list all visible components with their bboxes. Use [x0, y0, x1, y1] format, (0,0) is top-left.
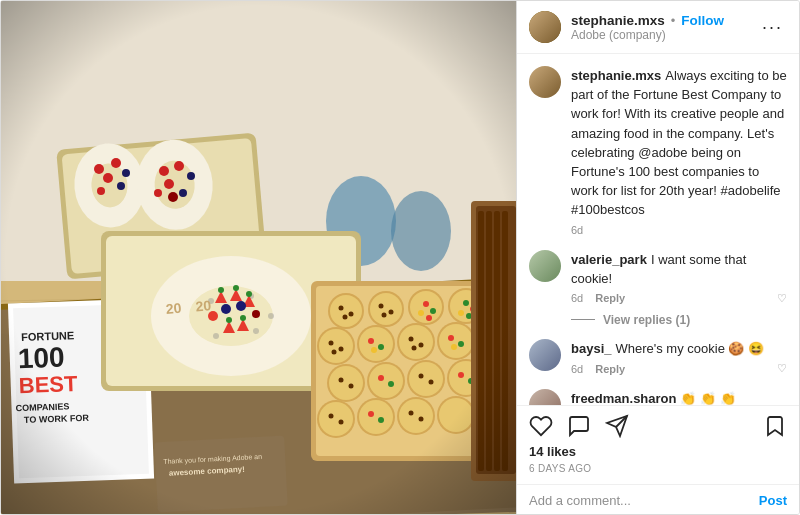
comment-2-avatar [529, 339, 561, 371]
info-panel: stephanie.mxs • Follow Adobe (company) ·… [516, 1, 799, 515]
comment-1-reply[interactable]: Reply [595, 292, 625, 304]
post-container: FORTUNE 100 BEST COMPANIES TO WORK FOR [0, 0, 800, 515]
post-date: 6 DAYS AGO [529, 463, 787, 474]
like-button[interactable] [529, 414, 553, 438]
view-replies-line [571, 319, 595, 320]
comments-area: stephanie.mxsAlways exciting to be part … [517, 54, 799, 405]
action-buttons [529, 414, 787, 438]
header-separator: • [671, 13, 676, 28]
comment-1-meta: 6d Reply ♡ [571, 292, 787, 305]
share-button[interactable] [605, 414, 629, 438]
main-comment-username[interactable]: stephanie.mxs [571, 68, 661, 83]
main-comment-text: stephanie.mxsAlways exciting to be part … [571, 68, 787, 217]
header-subtitle: Adobe (company) [571, 28, 758, 42]
post-image: FORTUNE 100 BEST COMPANIES TO WORK FOR [1, 1, 516, 515]
comment-3-username[interactable]: freedman.sharon [571, 391, 676, 405]
add-comment-input[interactable] [529, 493, 759, 508]
comment-2-reply[interactable]: Reply [595, 363, 625, 375]
main-comment-avatar [529, 66, 561, 98]
comment-2-text: baysi_Where's my cookie 🍪 😆 [571, 341, 764, 356]
comment-2-username[interactable]: baysi_ [571, 341, 611, 356]
comment-1-avatar [529, 250, 561, 282]
header-username: stephanie.mxs [571, 13, 665, 28]
view-replies-1[interactable]: View replies (1) [571, 313, 787, 327]
comment-2-heart[interactable]: ♡ [777, 362, 787, 375]
main-comment-time: 6d [571, 224, 583, 236]
comment-2: baysi_Where's my cookie 🍪 😆 6d Reply ♡ [529, 339, 787, 375]
add-comment-bar: Post [517, 484, 799, 515]
likes-count: 14 likes [529, 444, 787, 459]
comment-3-text: freedman.sharon👏 👏 👏 [571, 391, 736, 405]
svg-rect-150 [1, 1, 516, 515]
comment-2-time: 6d [571, 363, 583, 375]
main-comment-body: stephanie.mxsAlways exciting to be part … [571, 66, 787, 236]
comment-1-body: valerie_parkI want some that cookie! 6d … [571, 250, 787, 305]
view-replies-text[interactable]: View replies (1) [603, 313, 690, 327]
main-comment: stephanie.mxsAlways exciting to be part … [529, 66, 787, 236]
comment-1-time: 6d [571, 292, 583, 304]
comment-1-heart[interactable]: ♡ [777, 292, 787, 305]
follow-button[interactable]: Follow [681, 13, 724, 28]
comment-1: valerie_parkI want some that cookie! 6d … [529, 250, 787, 305]
comment-3: freedman.sharon👏 👏 👏 Reply ♡ [529, 389, 787, 405]
comment-3-avatar [529, 389, 561, 405]
save-button[interactable] [763, 414, 787, 438]
actions-bar: 14 likes 6 DAYS AGO [517, 405, 799, 484]
comment-3-body: freedman.sharon👏 👏 👏 Reply ♡ [571, 389, 787, 405]
post-header: stephanie.mxs • Follow Adobe (company) ·… [517, 1, 799, 54]
main-comment-meta: 6d [571, 224, 787, 236]
comment-button[interactable] [567, 414, 591, 438]
header-avatar [529, 11, 561, 43]
comment-2-body: baysi_Where's my cookie 🍪 😆 6d Reply ♡ [571, 339, 787, 375]
post-comment-button[interactable]: Post [759, 493, 787, 508]
header-info: stephanie.mxs • Follow Adobe (company) [571, 13, 758, 42]
comment-1-username[interactable]: valerie_park [571, 252, 647, 267]
comment-2-meta: 6d Reply ♡ [571, 362, 787, 375]
more-options-button[interactable]: ··· [758, 17, 787, 38]
comment-1-text: valerie_parkI want some that cookie! [571, 252, 746, 286]
